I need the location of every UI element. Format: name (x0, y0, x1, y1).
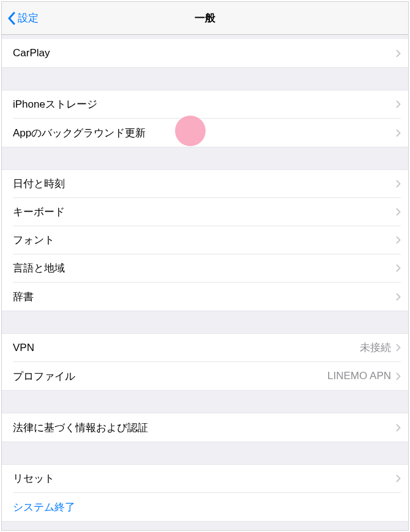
content-scroll[interactable]: CarPlayiPhoneストレージAppのバックグラウンド更新日付と時刻キーボ… (2, 35, 408, 530)
row-inner: Appのバックグラウンド更新 (13, 119, 401, 147)
chevron-right-icon (396, 424, 401, 432)
spacer (2, 147, 408, 169)
spacer (2, 391, 408, 413)
chevron-right-icon (396, 293, 401, 301)
row-label: リセット (13, 471, 396, 486)
row-label: 法律に基づく情報および認証 (13, 421, 396, 435)
row-label: システム終了 (13, 500, 401, 514)
settings-row[interactable]: iPhoneストレージ (2, 91, 408, 119)
settings-row[interactable]: 日付と時刻 (2, 170, 408, 198)
row-label: iPhoneストレージ (13, 97, 396, 111)
chevron-right-icon (396, 372, 401, 380)
chevron-right-icon (396, 50, 401, 57)
navigation-bar: 設定 一般 (2, 2, 408, 35)
row-label: プロファイル (13, 369, 327, 383)
page-title: 一般 (195, 11, 215, 25)
row-label: 言語と地域 (13, 261, 396, 275)
phone-inner: 設定 一般 CarPlayiPhoneストレージAppのバックグラウンド更新日付… (1, 1, 409, 531)
row-detail: LINEMO APN (327, 370, 391, 382)
row-inner: キーボード (13, 198, 401, 226)
spacer (2, 522, 408, 526)
chevron-right-icon (396, 236, 401, 244)
row-inner: 言語と地域 (13, 254, 401, 283)
settings-row[interactable]: キーボード (2, 198, 408, 226)
settings-row[interactable]: 辞書 (2, 283, 408, 311)
row-inner: iPhoneストレージ (13, 91, 401, 119)
settings-section: iPhoneストレージAppのバックグラウンド更新 (2, 90, 408, 147)
row-label: キーボード (13, 205, 396, 219)
row-label: 辞書 (13, 290, 396, 304)
settings-row[interactable]: 法律に基づく情報および認証 (2, 413, 408, 441)
row-inner: 法律に基づく情報および認証 (13, 413, 401, 441)
settings-section: 法律に基づく情報および認証 (2, 413, 408, 442)
row-inner: CarPlay (13, 39, 401, 67)
chevron-right-icon (396, 180, 401, 188)
chevron-right-icon (396, 344, 401, 352)
row-label: VPN (13, 342, 360, 354)
row-label: CarPlay (13, 47, 396, 59)
spacer (2, 442, 408, 464)
chevron-right-icon (396, 208, 401, 216)
settings-row[interactable]: フォント (2, 226, 408, 254)
settings-row[interactable]: プロファイルLINEMO APN (2, 362, 408, 390)
row-inner: 辞書 (13, 283, 401, 311)
back-label: 設定 (18, 11, 39, 25)
row-inner: 日付と時刻 (13, 170, 401, 198)
settings-section: 日付と時刻キーボードフォント言語と地域辞書 (2, 169, 408, 311)
settings-row[interactable]: 言語と地域 (2, 254, 408, 283)
settings-section: VPN未接続プロファイルLINEMO APN (2, 333, 408, 391)
row-detail: 未接続 (360, 341, 391, 355)
settings-row[interactable]: CarPlay (2, 39, 408, 67)
chevron-right-icon (396, 475, 401, 482)
row-label: フォント (13, 233, 396, 247)
row-label: Appのバックグラウンド更新 (13, 126, 396, 140)
back-button[interactable]: 設定 (2, 11, 39, 25)
spacer (2, 35, 408, 39)
settings-row[interactable]: VPN未接続 (2, 334, 408, 362)
chevron-right-icon (396, 129, 401, 137)
phone-frame: 設定 一般 CarPlayiPhoneストレージAppのバックグラウンド更新日付… (0, 0, 410, 532)
row-inner: システム終了 (13, 493, 401, 521)
chevron-right-icon (396, 264, 401, 272)
row-inner: プロファイルLINEMO APN (13, 362, 401, 390)
settings-section: リセットシステム終了 (2, 464, 408, 522)
spacer (2, 311, 408, 333)
row-inner: フォント (13, 226, 401, 254)
settings-section: CarPlay (2, 39, 408, 68)
settings-row[interactable]: Appのバックグラウンド更新 (2, 119, 408, 147)
row-inner: リセット (13, 465, 401, 493)
chevron-left-icon (7, 12, 15, 25)
row-inner: VPN未接続 (13, 334, 401, 362)
settings-row[interactable]: システム終了 (2, 493, 408, 521)
settings-row[interactable]: リセット (2, 465, 408, 493)
spacer (2, 68, 408, 90)
row-label: 日付と時刻 (13, 177, 396, 191)
chevron-right-icon (396, 100, 401, 108)
